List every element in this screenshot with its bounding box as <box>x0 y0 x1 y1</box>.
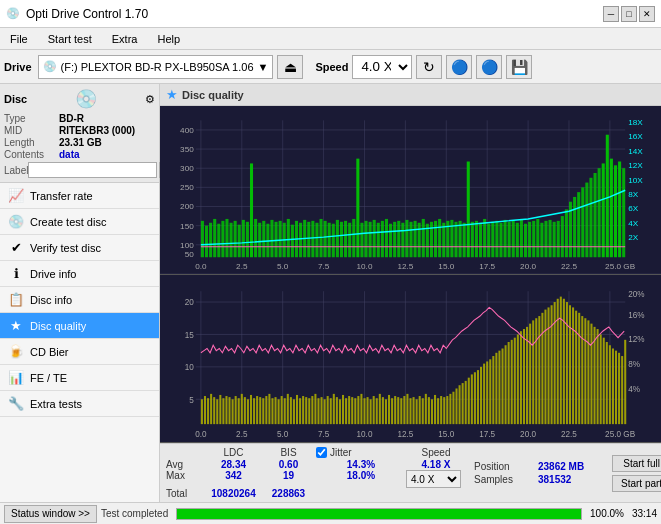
svg-text:2.5: 2.5 <box>236 428 248 438</box>
sidebar-item-label-drive-info: Drive info <box>30 268 76 280</box>
svg-text:15.0: 15.0 <box>438 428 454 438</box>
menu-help[interactable]: Help <box>151 31 186 47</box>
refresh-button[interactable]: ↻ <box>416 55 442 79</box>
close-button[interactable]: ✕ <box>639 6 655 22</box>
start-part-button[interactable]: Start part <box>612 475 661 492</box>
disc-label-row: Label ⚙ <box>4 162 155 178</box>
svg-rect-280 <box>486 361 488 424</box>
disc-mid-label: MID <box>4 125 59 136</box>
disc-info-icon: 📋 <box>8 292 24 307</box>
svg-text:25.0 GB: 25.0 GB <box>605 428 635 438</box>
maximize-button[interactable]: □ <box>621 6 637 22</box>
minimize-button[interactable]: ─ <box>603 6 619 22</box>
svg-rect-124 <box>516 223 519 257</box>
samples-row: Samples 381532 <box>474 474 604 485</box>
sidebar-item-disc-info[interactable]: 📋 Disc info <box>0 287 159 313</box>
svg-rect-289 <box>514 337 516 423</box>
svg-rect-266 <box>443 397 445 424</box>
svg-text:10: 10 <box>185 361 194 371</box>
settings-button2[interactable]: 🔵 <box>476 55 502 79</box>
svg-rect-150 <box>622 168 625 257</box>
svg-rect-235 <box>348 396 350 424</box>
svg-rect-250 <box>394 396 396 424</box>
svg-rect-96 <box>401 223 404 257</box>
svg-rect-207 <box>262 398 264 424</box>
menu-extra[interactable]: Extra <box>106 31 144 47</box>
eject-button[interactable]: ⏏ <box>277 55 303 79</box>
svg-rect-74 <box>311 221 314 257</box>
drive-selector[interactable]: 💿 (F:) PLEXTOR BD-R PX-LB950SA 1.06 ▼ <box>38 55 274 79</box>
svg-rect-104 <box>434 221 437 257</box>
svg-rect-133 <box>553 222 556 257</box>
svg-rect-264 <box>437 398 439 424</box>
sidebar-item-fe-te[interactable]: 📊 FE / TE <box>0 365 159 391</box>
svg-text:12.5: 12.5 <box>397 262 414 271</box>
verify-test-disc-icon: ✔ <box>8 240 24 255</box>
start-full-button[interactable]: Start full <box>612 455 661 472</box>
svg-rect-218 <box>296 394 298 423</box>
svg-rect-143 <box>594 173 597 257</box>
svg-rect-284 <box>498 350 500 423</box>
svg-rect-316 <box>597 329 599 424</box>
svg-rect-203 <box>250 394 252 423</box>
sidebar-item-cd-bier[interactable]: 🍺 CD Bier <box>0 339 159 365</box>
panel-header: ★ Disc quality <box>160 84 661 106</box>
speed-select[interactable]: 4.0 X 1.0 X 2.0 X <box>406 470 461 488</box>
svg-rect-68 <box>287 219 290 257</box>
menu-file[interactable]: File <box>4 31 34 47</box>
sidebar-item-disc-quality[interactable]: ★ Disc quality <box>0 313 159 339</box>
disc-section-label: Disc <box>4 93 27 105</box>
svg-rect-204 <box>253 398 255 424</box>
sidebar-item-label-disc-quality: Disc quality <box>30 320 86 332</box>
sidebar-item-label-verify-test-disc: Verify test disc <box>30 242 101 254</box>
svg-rect-116 <box>483 219 486 257</box>
disc-label-input[interactable] <box>28 162 157 178</box>
svg-rect-81 <box>340 222 343 257</box>
sidebar-item-extra-tests[interactable]: 🔧 Extra tests <box>0 391 159 417</box>
svg-rect-269 <box>452 391 454 423</box>
save-button[interactable]: 💾 <box>506 55 532 79</box>
sidebar-item-transfer-rate[interactable]: 📈 Transfer rate <box>0 183 159 209</box>
svg-text:14X: 14X <box>628 147 643 156</box>
speed-selector[interactable]: 4.0 X 1.0 X 2.0 X 6.0 X 8.0 X <box>352 55 412 79</box>
status-window-button[interactable]: Status window >> <box>4 505 97 523</box>
svg-rect-131 <box>544 221 547 257</box>
svg-rect-83 <box>348 223 351 257</box>
svg-rect-135 <box>561 216 564 257</box>
svg-rect-146 <box>606 135 609 258</box>
sidebar-item-create-test-disc[interactable]: 💿 Create test disc <box>0 209 159 235</box>
svg-rect-216 <box>290 397 292 424</box>
svg-rect-227 <box>324 399 326 424</box>
menubar: File Start test Extra Help <box>0 28 661 50</box>
svg-rect-290 <box>517 334 519 424</box>
avg-jitter: 14.3% <box>316 459 406 470</box>
svg-rect-300 <box>548 307 550 424</box>
titlebar-controls[interactable]: ─ □ ✕ <box>603 6 655 22</box>
svg-rect-260 <box>425 393 427 423</box>
avg-ldc: 28.34 <box>206 459 261 470</box>
svg-text:50: 50 <box>185 250 195 259</box>
sidebar-item-label-cd-bier: CD Bier <box>30 346 69 358</box>
svg-text:5.0: 5.0 <box>277 262 289 271</box>
menu-start-test[interactable]: Start test <box>42 31 98 47</box>
svg-rect-325 <box>624 339 626 423</box>
disc-icon: 💿 <box>75 88 97 110</box>
svg-rect-75 <box>315 223 318 257</box>
titlebar: 💿 Opti Drive Control 1.70 ─ □ ✕ <box>0 0 661 28</box>
svg-rect-136 <box>565 209 568 257</box>
jitter-checkbox[interactable] <box>316 447 327 458</box>
svg-rect-277 <box>477 370 479 424</box>
sidebar-item-verify-test-disc[interactable]: ✔ Verify test disc <box>0 235 159 261</box>
svg-rect-217 <box>293 399 295 424</box>
svg-rect-147 <box>610 159 613 258</box>
svg-rect-255 <box>409 398 411 424</box>
settings-button1[interactable]: 🔵 <box>446 55 472 79</box>
svg-rect-311 <box>581 316 583 424</box>
svg-text:2.5: 2.5 <box>236 262 248 271</box>
sidebar-item-drive-info[interactable]: ℹ Drive info <box>0 261 159 287</box>
svg-rect-321 <box>612 348 614 424</box>
disc-mid-value: RITEKBR3 (000) <box>59 125 135 136</box>
svg-rect-91 <box>381 221 384 257</box>
svg-rect-97 <box>405 220 408 257</box>
status-time: 33:14 <box>632 508 657 519</box>
